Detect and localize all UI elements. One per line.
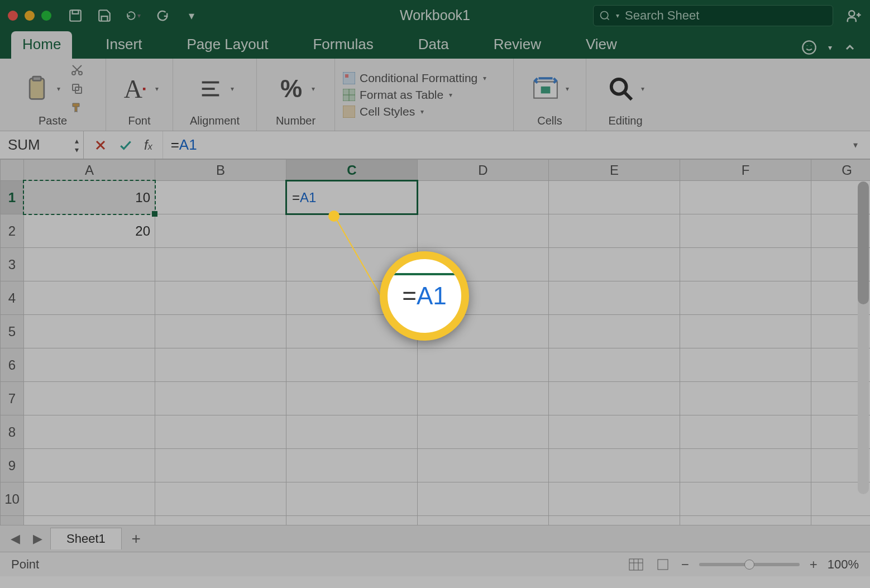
alignment-icon[interactable]: [196, 74, 225, 103]
cell-B6[interactable]: [155, 348, 286, 382]
cell-D7[interactable]: [418, 382, 549, 415]
cell-B7[interactable]: [155, 382, 286, 415]
cell-F11[interactable]: [680, 516, 811, 525]
cell-B2[interactable]: [155, 214, 286, 248]
cell-B9[interactable]: [155, 449, 286, 482]
tab-insert[interactable]: Insert: [94, 31, 153, 59]
close-window-button[interactable]: [8, 11, 18, 21]
tab-formulas[interactable]: Formulas: [302, 31, 384, 59]
cell-A11[interactable]: [24, 516, 155, 525]
cell-A2[interactable]: 20: [24, 214, 155, 248]
chevron-down-icon[interactable]: ▾: [828, 43, 832, 52]
cell-C1[interactable]: =A1: [286, 181, 418, 214]
cell-B5[interactable]: [155, 315, 286, 348]
cell-A9[interactable]: [24, 449, 155, 482]
cell-C9[interactable]: [286, 449, 418, 482]
search-box[interactable]: ▾ Search Sheet: [593, 5, 833, 26]
cell-B8[interactable]: [155, 415, 286, 449]
prev-sheet-icon[interactable]: ◀: [6, 529, 25, 548]
redo-icon[interactable]: [155, 8, 170, 23]
format-as-table-button[interactable]: Format as Table ▾: [343, 88, 505, 102]
cell-E11[interactable]: [549, 516, 680, 525]
col-header-F[interactable]: F: [680, 160, 811, 181]
fill-handle[interactable]: [152, 211, 157, 217]
name-box[interactable]: SUM ▴▾: [0, 131, 84, 159]
zoom-level[interactable]: 100%: [828, 557, 859, 572]
cell-A6[interactable]: [24, 348, 155, 382]
cell-C2[interactable]: [286, 214, 418, 248]
page-layout-view-icon[interactable]: [654, 557, 671, 572]
formula-input[interactable]: =A1: [163, 136, 853, 154]
cell-C10[interactable]: [286, 482, 418, 516]
row-header-10[interactable]: 10: [1, 482, 24, 516]
cell-B11[interactable]: [155, 516, 286, 525]
cell-B3[interactable]: [155, 248, 286, 281]
chevron-down-icon[interactable]: ▾: [641, 85, 644, 93]
paste-icon[interactable]: [22, 74, 51, 103]
conditional-formatting-button[interactable]: Conditional Formatting ▾: [343, 71, 505, 85]
cell-F7[interactable]: [680, 382, 811, 415]
cell-styles-button[interactable]: Cell Styles ▾: [343, 105, 505, 118]
chevron-down-icon[interactable]: ▾: [566, 85, 569, 93]
cell-G11[interactable]: [811, 516, 871, 525]
col-header-G[interactable]: G: [811, 160, 871, 181]
cell-E7[interactable]: [549, 382, 680, 415]
cell-D11[interactable]: [418, 516, 549, 525]
col-header-A[interactable]: A: [24, 160, 155, 181]
cell-E6[interactable]: [549, 348, 680, 382]
share-icon[interactable]: [845, 7, 862, 24]
cut-icon[interactable]: [70, 63, 84, 77]
name-box-down-icon[interactable]: ▾: [75, 145, 79, 154]
cell-C7[interactable]: [286, 382, 418, 415]
cell-D2[interactable]: [418, 214, 549, 248]
qat-customize-icon[interactable]: ▾: [184, 8, 199, 23]
cell-F1[interactable]: [680, 181, 811, 214]
number-icon[interactable]: %: [277, 74, 306, 103]
row-header-8[interactable]: 8: [1, 415, 24, 449]
tab-view[interactable]: View: [575, 31, 628, 59]
row-header-3[interactable]: 3: [1, 248, 24, 281]
tab-page-layout[interactable]: Page Layout: [175, 31, 279, 59]
cell-B1[interactable]: [155, 181, 286, 214]
row-header-9[interactable]: 9: [1, 449, 24, 482]
chevron-down-icon[interactable]: ▾: [137, 12, 141, 20]
maximize-window-button[interactable]: [41, 11, 51, 21]
cell-C8[interactable]: [286, 415, 418, 449]
row-header-7[interactable]: 7: [1, 382, 24, 415]
cell-D8[interactable]: [418, 415, 549, 449]
col-header-C[interactable]: C: [286, 160, 418, 181]
zoom-slider[interactable]: [699, 563, 800, 566]
cell-F6[interactable]: [680, 348, 811, 382]
collapse-ribbon-icon[interactable]: [843, 41, 857, 54]
zoom-slider-thumb[interactable]: [744, 560, 754, 570]
cell-E10[interactable]: [549, 482, 680, 516]
row-header-4[interactable]: 4: [1, 281, 24, 315]
cell-F2[interactable]: [680, 214, 811, 248]
chevron-down-icon[interactable]: ▾: [312, 85, 315, 93]
name-box-up-icon[interactable]: ▴: [75, 136, 79, 145]
cell-F5[interactable]: [680, 315, 811, 348]
vertical-scrollbar[interactable]: [858, 181, 869, 494]
cell-C11[interactable]: [286, 516, 418, 525]
enter-formula-icon[interactable]: [118, 138, 133, 152]
cell-F9[interactable]: [680, 449, 811, 482]
save-icon[interactable]: [97, 8, 112, 23]
row-header-1[interactable]: 1: [1, 181, 24, 214]
select-all-corner[interactable]: [1, 160, 24, 181]
cell-A3[interactable]: [24, 248, 155, 281]
cell-B10[interactable]: [155, 482, 286, 516]
add-sheet-button[interactable]: +: [125, 528, 147, 550]
col-header-E[interactable]: E: [549, 160, 680, 181]
cell-D9[interactable]: [418, 449, 549, 482]
cell-E8[interactable]: [549, 415, 680, 449]
next-sheet-icon[interactable]: ▶: [28, 529, 47, 548]
cells-icon[interactable]: [531, 74, 560, 103]
cell-D1[interactable]: [418, 181, 549, 214]
cell-A8[interactable]: [24, 415, 155, 449]
row-header-5[interactable]: 5: [1, 315, 24, 348]
cell-A7[interactable]: [24, 382, 155, 415]
cell-D10[interactable]: [418, 482, 549, 516]
undo-icon[interactable]: ▾: [126, 8, 141, 23]
cell-A1[interactable]: 10: [24, 181, 155, 214]
worksheet-grid[interactable]: A B C D E F G 1 10 =A1: [0, 159, 870, 525]
